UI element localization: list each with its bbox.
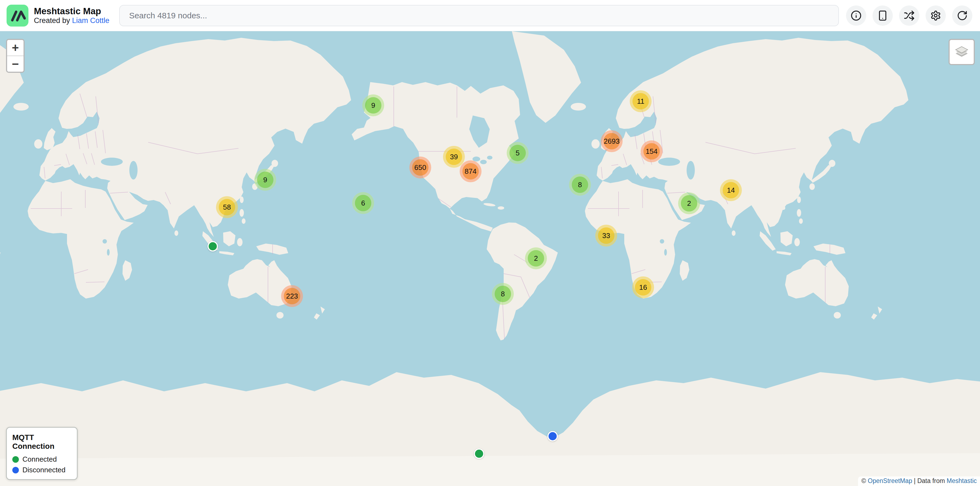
info-button[interactable] — [846, 5, 866, 26]
mqtt-legend: MQTT Connection Connected Disconnected — [6, 427, 78, 480]
byline-prefix: Created by — [34, 16, 72, 25]
title-block: Meshtastic Map Created by Liam Cottle — [34, 6, 110, 25]
random-node-button[interactable] — [899, 5, 919, 26]
disconnected-dot-icon — [12, 467, 19, 473]
cluster-count: 2 — [681, 195, 697, 212]
cluster-marker[interactable]: 9 — [362, 94, 384, 116]
cluster-marker[interactable]: 8 — [492, 283, 514, 305]
zoom-control: + − — [6, 39, 25, 73]
attribution-middle: | Data from — [912, 477, 947, 484]
cluster-count: 11 — [632, 93, 649, 110]
cluster-count: 650 — [412, 159, 428, 176]
cluster-marker[interactable]: 16 — [632, 276, 654, 298]
layers-icon — [954, 44, 969, 60]
mobile-app-button[interactable] — [873, 5, 893, 26]
osm-link[interactable]: OpenStreetMap — [868, 477, 912, 484]
cluster-marker[interactable]: 58 — [216, 196, 238, 218]
cluster-count: 223 — [284, 288, 300, 304]
cluster-count: 39 — [446, 148, 462, 165]
cluster-count: 33 — [598, 228, 614, 244]
map-canvas[interactable]: 911269315439565087498142586332168223 — [0, 0, 980, 486]
cluster-marker[interactable]: 650 — [409, 156, 431, 178]
search-input[interactable] — [119, 5, 839, 26]
zoom-in-button[interactable]: + — [7, 40, 24, 56]
cluster-count: 8 — [572, 177, 588, 193]
cluster-marker[interactable]: 223 — [281, 285, 303, 307]
cluster-count: 14 — [723, 182, 739, 198]
header: Meshtastic Map Created by Liam Cottle — [0, 0, 980, 31]
legend-title: MQTT Connection — [12, 433, 72, 451]
cluster-marker[interactable]: 154 — [641, 140, 663, 162]
cluster-count: 2 — [528, 250, 544, 266]
cluster-count: 8 — [495, 286, 511, 302]
info-icon — [851, 10, 862, 21]
cluster-count: 154 — [643, 143, 660, 159]
cluster-marker[interactable]: 5 — [507, 142, 528, 164]
cluster-marker[interactable]: 2693 — [601, 130, 623, 152]
attribution: © OpenStreetMap | Data from Meshtastic — [858, 476, 980, 486]
zoom-out-button[interactable]: − — [7, 56, 24, 72]
cluster-marker[interactable]: 2 — [525, 247, 547, 269]
mountain-glyph-icon — [6, 5, 29, 27]
header-actions — [846, 5, 972, 26]
cluster-count: 874 — [462, 163, 479, 180]
cluster-marker[interactable]: 11 — [630, 90, 652, 112]
author-link[interactable]: Liam Cottle — [72, 16, 110, 25]
refresh-button[interactable] — [952, 5, 972, 26]
cluster-count: 2693 — [603, 133, 620, 150]
settings-button[interactable] — [926, 5, 946, 26]
cluster-count: 9 — [257, 172, 274, 188]
cluster-marker[interactable]: 874 — [460, 160, 482, 182]
cluster-marker[interactable]: 2 — [678, 192, 700, 214]
node-marker-connected[interactable] — [208, 241, 218, 252]
node-marker-disconnected[interactable] — [547, 431, 558, 441]
page-title: Meshtastic Map — [34, 6, 110, 16]
cluster-marker[interactable]: 14 — [720, 179, 742, 201]
cluster-marker[interactable]: 8 — [569, 174, 591, 196]
cluster-marker[interactable]: 33 — [595, 225, 617, 247]
connected-dot-icon — [12, 456, 19, 463]
cluster-marker[interactable]: 6 — [352, 192, 374, 214]
cluster-count: 58 — [219, 199, 235, 215]
layers-control[interactable] — [948, 39, 975, 65]
cluster-count: 16 — [635, 279, 651, 296]
cluster-count: 5 — [509, 145, 526, 161]
meshtastic-logo — [6, 5, 29, 27]
cluster-count: 9 — [365, 97, 382, 113]
legend-item-disconnected: Disconnected — [12, 466, 72, 474]
shuffle-icon — [904, 10, 915, 21]
legend-label: Disconnected — [22, 466, 65, 474]
legend-label: Connected — [22, 455, 57, 464]
cluster-marker[interactable]: 9 — [254, 169, 276, 191]
meshtastic-link[interactable]: Meshtastic — [947, 477, 977, 484]
refresh-icon — [957, 10, 968, 21]
cluster-count: 6 — [355, 195, 371, 211]
node-marker-connected[interactable] — [474, 448, 484, 459]
attribution-prefix: © — [861, 477, 868, 484]
smartphone-icon — [877, 10, 888, 21]
legend-item-connected: Connected — [12, 455, 72, 464]
byline: Created by Liam Cottle — [34, 16, 110, 25]
gear-icon — [930, 10, 941, 21]
